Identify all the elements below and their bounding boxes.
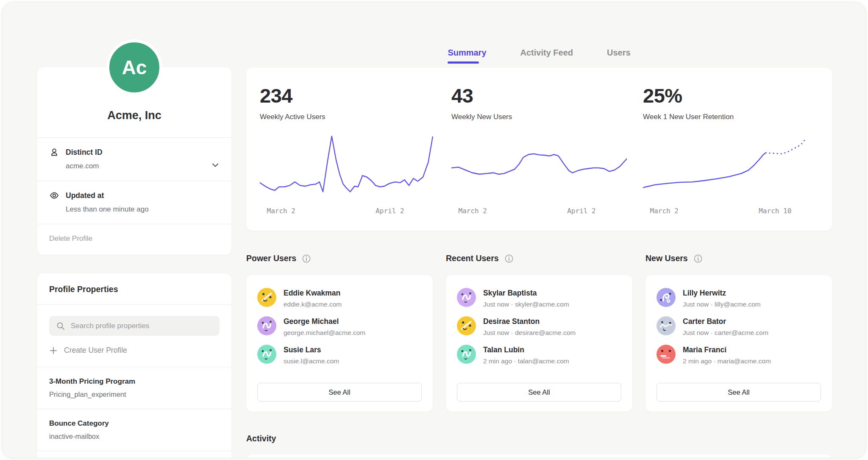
tab-bar: Summary Activity Feed Users — [246, 48, 832, 64]
profile-properties-card: Profile Properties Create User Profile 3… — [37, 273, 231, 458]
plus-icon — [49, 346, 58, 355]
activity-section-title: Activity — [246, 434, 832, 443]
user-avatar — [457, 316, 476, 335]
delete-profile-button[interactable]: Delete Profile — [37, 224, 231, 255]
power-users-card: Eddie Kwakman eddie.k@acme.com George Mi… — [246, 275, 433, 412]
company-avatar: Ac — [106, 39, 162, 95]
info-icon[interactable] — [693, 254, 703, 263]
user-name: Skylar Baptista — [483, 288, 569, 298]
profile-properties-title: Profile Properties — [37, 273, 231, 304]
distinct-id-label: Distinct ID — [66, 148, 103, 157]
user-meta: 2 min ago · maria@acme.com — [683, 357, 771, 365]
x-tick: March 2 — [650, 207, 679, 215]
section-title: Recent Users — [446, 254, 499, 263]
user-meta: Just now · skyler@acme.com — [483, 301, 569, 308]
stat-label: Weekly Active Users — [260, 113, 435, 121]
recent-users-section: Recent Users Skylar Baptista Just now · … — [446, 254, 632, 412]
user-row[interactable]: Lilly Herwitz Just now · lilly@acme.com — [657, 288, 821, 308]
user-row[interactable]: George Michael george.michael@acme.com — [257, 316, 422, 337]
app-frame: Ac Acme, Inc Distinct ID acme.com — [2, 2, 866, 458]
user-sections: Power Users Eddie Kwakman eddie.k@acme.c… — [246, 254, 832, 412]
stat-weekly-new-users: 43 Weekly New Users March 2 April 2 — [451, 84, 627, 220]
stat-value: 234 — [260, 84, 435, 107]
user-row[interactable]: Talan Lubin 2 min ago · talan@acme.com — [457, 345, 621, 365]
week1-retention-chart — [643, 131, 818, 201]
stat-label: Weekly New Users — [451, 113, 627, 121]
search-icon — [56, 321, 65, 331]
user-avatar — [257, 288, 276, 307]
property-value: inactive-mailbox — [49, 432, 220, 440]
user-row[interactable]: Susie Lars susie.l@acme.com — [257, 345, 422, 365]
create-user-profile-label: Create User Profile — [64, 346, 127, 355]
see-all-button[interactable]: See All — [657, 383, 821, 401]
create-user-profile-button[interactable]: Create User Profile — [49, 346, 220, 355]
user-meta: Just now · desirare@acme.com — [483, 329, 576, 337]
user-name: Carter Bator — [683, 316, 768, 326]
property-row: 3-Month Pricing Program Pricing_plan_exp… — [37, 367, 231, 409]
user-name: Susie Lars — [284, 345, 339, 354]
stat-week1-retention: 25% Week 1 New User Retention March 2 Ma… — [643, 84, 818, 220]
stat-label: Week 1 New User Retention — [643, 113, 818, 121]
user-name: Eddie Kwakman — [284, 288, 342, 298]
company-avatar-wrap: Ac — [106, 39, 162, 95]
user-avatar — [257, 316, 276, 335]
user-meta: george.michael@acme.com — [284, 329, 365, 337]
section-title: Power Users — [246, 254, 296, 263]
stat-value: 25% — [643, 84, 818, 107]
tab-users[interactable]: Users — [607, 48, 631, 64]
property-label: 3-Month Pricing Program — [49, 377, 220, 386]
user-name: George Michael — [284, 316, 365, 326]
x-axis: March 2 April 2 — [260, 207, 435, 220]
see-all-button[interactable]: See All — [257, 383, 422, 401]
x-tick: March 2 — [459, 207, 487, 215]
x-tick: April 2 — [376, 207, 404, 215]
distinct-id-value: acme.com — [66, 162, 220, 170]
updated-at-value: Less than one minute ago — [66, 205, 220, 214]
user-row[interactable]: Maria Franci 2 min ago · maria@acme.com — [657, 345, 821, 365]
distinct-id-row: Distinct ID acme.com — [37, 137, 231, 181]
user-avatar — [657, 345, 676, 364]
profile-properties-search[interactable] — [49, 316, 220, 336]
x-axis: March 2 March 10 — [643, 207, 818, 220]
tab-summary[interactable]: Summary — [448, 48, 486, 64]
user-row[interactable]: Eddie Kwakman eddie.k@acme.com — [257, 288, 422, 308]
info-icon[interactable] — [504, 254, 514, 263]
user-avatar — [657, 316, 676, 335]
new-users-section: New Users Lilly Herwitz Just now · lilly… — [645, 254, 832, 412]
weekly-new-users-chart — [451, 131, 627, 201]
person-icon — [49, 147, 59, 157]
user-name: Talan Lubin — [483, 345, 569, 354]
user-name: Maria Franci — [683, 345, 771, 354]
main-content: Summary Activity Feed Users 234 Weekly A… — [246, 2, 832, 458]
search-input[interactable] — [71, 322, 213, 330]
stat-value: 43 — [451, 84, 627, 107]
user-avatar — [257, 345, 276, 364]
user-row[interactable]: Desirae Stanton Just now · desirare@acme… — [457, 316, 621, 337]
company-profile-card: Ac Acme, Inc Distinct ID acme.com — [37, 67, 231, 255]
user-meta: Just now · lilly@acme.com — [683, 301, 761, 308]
divider — [37, 304, 231, 305]
user-row[interactable]: Skylar Baptista Just now · skyler@acme.c… — [457, 288, 621, 308]
new-users-card: Lilly Herwitz Just now · lilly@acme.com … — [645, 275, 832, 412]
property-value: Pricing_plan_experiment — [49, 390, 220, 399]
property-label: Bounce Category — [49, 419, 220, 428]
chevron-down-icon[interactable] — [210, 160, 220, 170]
user-meta: 2 min ago · talan@acme.com — [483, 357, 569, 365]
overview-card: 234 Weekly Active Users March 2 April 2 … — [246, 68, 832, 231]
x-tick: March 2 — [267, 207, 295, 215]
user-meta: Just now · carter@acme.com — [683, 329, 768, 337]
tab-activity-feed[interactable]: Activity Feed — [520, 48, 573, 64]
user-name: Lilly Herwitz — [683, 288, 761, 298]
user-avatar — [657, 288, 676, 307]
updated-at-row: Updated at Less than one minute ago — [37, 181, 231, 224]
updated-at-label: Updated at — [66, 191, 104, 200]
property-row: Bounce Category inactive-mailbox — [37, 409, 231, 451]
section-title: New Users — [645, 254, 688, 263]
weekly-active-users-chart — [260, 131, 435, 201]
stat-weekly-active-users: 234 Weekly Active Users March 2 April 2 — [260, 84, 435, 220]
x-tick: April 2 — [567, 207, 595, 215]
info-icon[interactable] — [302, 254, 311, 263]
see-all-button[interactable]: See All — [457, 383, 621, 401]
user-row[interactable]: Carter Bator Just now · carter@acme.com — [657, 316, 821, 337]
user-avatar — [457, 288, 476, 307]
